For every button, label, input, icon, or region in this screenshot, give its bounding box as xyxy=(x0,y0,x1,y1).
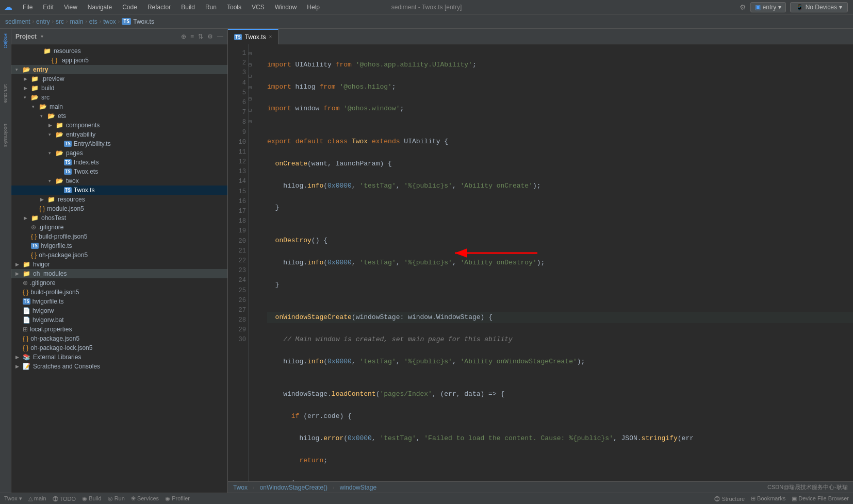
menu-help[interactable]: Help xyxy=(303,3,324,12)
settings-panel-icon[interactable]: ⚙ xyxy=(207,33,213,40)
tree-item-gitignore-entry[interactable]: ⊛ .gitignore xyxy=(11,223,227,232)
bottom-profiler[interactable]: ◉ Profiler xyxy=(165,495,190,502)
json-icon-ohpkg-root: { } xyxy=(23,335,28,342)
menu-vcs[interactable]: VCS xyxy=(248,3,269,12)
panel-dropdown-icon[interactable]: ▾ xyxy=(41,33,43,39)
status-right-text: CSDN@瑞晟技术服务中心-耿瑞 xyxy=(767,483,848,491)
tree-item-resources[interactable]: 📁 resources xyxy=(11,46,227,56)
tree-item-ohostest[interactable]: ▶ 📁 ohosTest xyxy=(11,213,227,223)
bottom-device-file[interactable]: ▣ Device File Browser xyxy=(792,495,849,502)
tab-bar: TS Twox.ts × xyxy=(228,29,853,44)
tree-item-entry[interactable]: ▾ 📂 entry xyxy=(11,65,227,74)
json-icon-module: { } xyxy=(39,205,45,212)
tree-item-resources2[interactable]: ▶ 📁 resources xyxy=(11,195,227,204)
menu-run[interactable]: Run xyxy=(201,3,221,12)
breadcrumb-filename[interactable]: Twox.ts xyxy=(133,18,154,25)
tree-item-components[interactable]: ▶ 📁 components xyxy=(11,121,227,130)
tree-item-pages[interactable]: ▾ 📂 pages xyxy=(11,148,227,158)
structure-sidebar-icon[interactable]: Structure xyxy=(3,82,8,105)
tree-item-twox-ts[interactable]: TS Twox.ts xyxy=(11,186,227,195)
bottom-todo[interactable]: ⓵ TODO xyxy=(53,496,76,502)
bottom-main[interactable]: △ main xyxy=(28,495,46,502)
tree-item-gitignore-root[interactable]: ⊛ .gitignore xyxy=(11,278,227,288)
code-line-16: hilog.info(0x0000, 'testTag', '%{public}… xyxy=(267,356,853,367)
status-twox: Twox xyxy=(233,484,248,491)
code-editor[interactable]: 12345 678910 1112131415 1617181920 21222… xyxy=(228,44,853,481)
tree-item-module-json5[interactable]: { } module.json5 xyxy=(11,204,227,213)
tree-item-entryability-ts[interactable]: TS EntryAbility.ts xyxy=(11,139,227,148)
tree-item-local-properties[interactable]: ⊞ local.properties xyxy=(11,325,227,334)
tree-item-oh-package-entry[interactable]: { } oh-package.json5 xyxy=(11,250,227,260)
code-line-21: return; xyxy=(267,455,853,466)
bottom-run[interactable]: ◎ Run xyxy=(108,495,125,502)
bottom-structure[interactable]: ⓵ Structure xyxy=(714,496,745,502)
project-sidebar-icon[interactable]: Project xyxy=(3,31,8,50)
tree-item-ets[interactable]: ▾ 📂 ets xyxy=(11,111,227,121)
code-lines[interactable]: import UIAbility from '@ohos.app.ability… xyxy=(259,44,853,481)
tree-item-scratches[interactable]: ▶ 📝 Scratches and Consoles xyxy=(11,362,227,371)
breadcrumb-src[interactable]: src xyxy=(56,18,64,25)
tree-item-build-profile-root[interactable]: { } build-profile.json5 xyxy=(11,288,227,297)
bottom-bookmarks[interactable]: ⊞ Bookmarks xyxy=(751,495,785,502)
tree-item-hvigorw-bat[interactable]: 📄 hvigorw.bat xyxy=(11,315,227,325)
bookmarks-sidebar-icon[interactable]: Bookmarks xyxy=(3,122,8,149)
breadcrumb-sep-6: › xyxy=(118,19,120,24)
folder-icon: 📁 xyxy=(23,261,31,268)
tree-item-main[interactable]: ▾ 📂 main xyxy=(11,102,227,111)
tree-item-oh-modules[interactable]: ▶ 📁 oh_modules xyxy=(11,269,227,278)
panel-title: Project xyxy=(15,33,37,40)
code-line-19: if (err.code) { xyxy=(267,411,853,422)
tree-item-oh-package-lock-root[interactable]: { } oh-package-lock.json5 xyxy=(11,343,227,352)
tree-item-entryability[interactable]: ▾ 📂 entryability xyxy=(11,130,227,139)
tree-item-hvigorfile-root[interactable]: TS hvigorfile.ts xyxy=(11,297,227,306)
breadcrumb-main[interactable]: main xyxy=(70,18,83,25)
code-line-15: // Main window is created, set main page… xyxy=(267,334,853,345)
bat-icon: 📄 xyxy=(23,316,30,324)
tree-item-hvigorw[interactable]: 📄 hvigorw xyxy=(11,306,227,315)
locate-icon[interactable]: ⊕ xyxy=(181,33,186,40)
bottom-twox[interactable]: Twox ▾ xyxy=(4,495,22,502)
code-line-10: onDestroy() { xyxy=(267,235,853,246)
prop-icon: ⊞ xyxy=(23,326,28,333)
tree-item-twox-ets[interactable]: TS Twox.ets xyxy=(11,167,227,176)
tree-item-hvigor[interactable]: ▶ 📁 hvigor xyxy=(11,260,227,269)
entry-badge[interactable]: ▣ entry ▾ xyxy=(750,2,785,12)
breadcrumb-ets[interactable]: ets xyxy=(89,18,97,25)
bottom-build[interactable]: ◉ Build xyxy=(82,495,102,502)
tree-item-build[interactable]: ▶ 📁 build xyxy=(11,83,227,93)
menu-build[interactable]: Build xyxy=(177,3,199,12)
breadcrumb-sediment[interactable]: sediment xyxy=(5,18,30,25)
tree-item-twox-folder[interactable]: ▾ 📂 twox xyxy=(11,176,227,186)
close-panel-icon[interactable]: — xyxy=(217,33,223,40)
menu-edit[interactable]: Edit xyxy=(39,3,58,12)
tree-item-hvigorfile-entry[interactable]: TS hvigorfile.ts xyxy=(11,241,227,250)
menu-file[interactable]: File xyxy=(19,3,37,12)
tab-twox-ts[interactable]: TS Twox.ts × xyxy=(228,29,278,44)
breadcrumb-file-icon: TS xyxy=(122,18,131,25)
sort-icon[interactable]: ⇅ xyxy=(198,33,203,40)
editor-panel: TS Twox.ts × 12345 678910 1112131415 161… xyxy=(228,29,853,493)
menu-window[interactable]: Window xyxy=(271,3,301,12)
menu-navigate[interactable]: Navigate xyxy=(84,3,116,12)
settings-icon[interactable]: ⚙ xyxy=(740,3,746,11)
menu-tools[interactable]: Tools xyxy=(223,3,245,12)
menu-code[interactable]: Code xyxy=(118,3,141,12)
tab-close-icon[interactable]: × xyxy=(269,34,272,40)
folder-icon: 📁 xyxy=(47,196,56,203)
code-line-18: windowStage.loadContent('pages/Index', (… xyxy=(267,389,853,400)
breadcrumb-entry[interactable]: entry xyxy=(36,18,50,25)
breadcrumb-twox[interactable]: twox xyxy=(103,18,116,25)
collapse-icon[interactable]: ≡ xyxy=(190,33,194,40)
menu-refactor[interactable]: Refactor xyxy=(143,3,175,12)
code-line-20: hilog.error(0x0000, 'testTag', 'Failed t… xyxy=(267,433,853,444)
tree-item-preview[interactable]: ▶ 📁 .preview xyxy=(11,74,227,83)
menu-view[interactable]: View xyxy=(60,3,81,12)
tree-item-src[interactable]: ▾ 📂 src xyxy=(11,93,227,102)
tree-item-index-ets[interactable]: TS Index.ets xyxy=(11,158,227,167)
tree-item-build-profile-entry[interactable]: { } build-profile.json5 xyxy=(11,232,227,241)
no-devices-badge[interactable]: 📱 No Devices ▾ xyxy=(790,2,848,12)
tree-item-app-json5[interactable]: { } app.json5 xyxy=(11,56,227,65)
tree-item-oh-package-root[interactable]: { } oh-package.json5 xyxy=(11,334,227,343)
tree-item-external-libs[interactable]: ▶ 📚 External Libraries xyxy=(11,352,227,362)
bottom-services[interactable]: ❀ Services xyxy=(131,495,159,502)
